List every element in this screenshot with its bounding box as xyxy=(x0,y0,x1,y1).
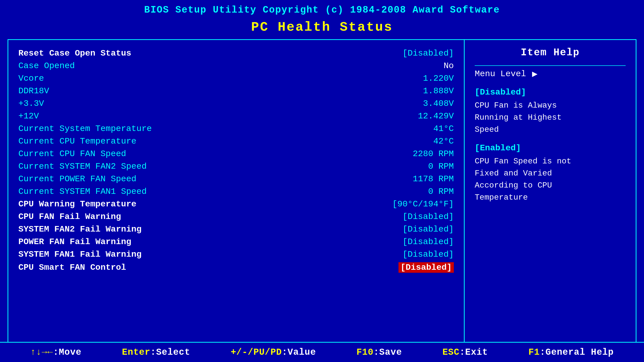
menu-level-row: Menu Level ▶ xyxy=(475,68,626,79)
row-label: Reset Case Open Status xyxy=(18,49,131,58)
row-label: DDR18V xyxy=(18,86,49,96)
help-option: [Enabled] xyxy=(475,143,626,153)
top-bar-text: BIOS Setup Utility Copyright (c) 1984-20… xyxy=(144,5,500,15)
table-row: SYSTEM FAN2 Fail Warning[Disabled] xyxy=(18,223,454,236)
menu-level-arrow: ▶ xyxy=(532,68,538,79)
bottom-label: :General Help xyxy=(540,347,614,357)
item-help-title: Item Help xyxy=(475,47,626,58)
row-label: SYSTEM FAN2 Fail Warning xyxy=(18,224,142,234)
row-value: 1.888V xyxy=(423,86,454,96)
row-label: CPU Smart FAN Control xyxy=(18,263,126,272)
bottom-key: Enter xyxy=(122,347,150,357)
table-row: +12V12.429V xyxy=(18,110,454,122)
row-value: 0 RPM xyxy=(428,187,454,196)
row-value: [90°C/194°F] xyxy=(392,199,454,209)
table-row: Current CPU Temperature42°C xyxy=(18,135,454,148)
help-text-line: Running at Highest xyxy=(475,112,626,124)
bottom-bar-item: Enter:Select xyxy=(122,347,190,357)
bottom-bar-item: ESC:Exit xyxy=(442,347,488,357)
row-value: [Disabled] xyxy=(398,262,454,273)
help-text-line: CPU Fan is Always xyxy=(475,100,626,112)
row-label: Case Opened xyxy=(18,61,75,71)
bottom-key: F10 xyxy=(356,347,374,357)
row-value: 12.429V xyxy=(418,111,454,121)
bottom-key: ↑↓→← xyxy=(30,347,53,357)
bottom-key: +/-/PU/PD xyxy=(231,347,282,357)
row-label: CPU FAN Fail Warning xyxy=(18,212,121,221)
help-section: [Enabled]CPU Fan Speed is notFixed and V… xyxy=(475,143,626,204)
row-label: Current SYSTEM FAN2 Speed xyxy=(18,162,147,171)
top-bar: BIOS Setup Utility Copyright (c) 1984-20… xyxy=(0,0,644,18)
help-text-line: Speed xyxy=(475,124,626,136)
main-container: Reset Case Open Status[Disabled]Case Ope… xyxy=(8,39,636,343)
row-label: Current CPU Temperature xyxy=(18,137,136,146)
row-value: 42°C xyxy=(433,137,454,146)
table-row: Current SYSTEM FAN2 Speed0 RPM xyxy=(18,160,454,173)
left-panel: Reset Case Open Status[Disabled]Case Ope… xyxy=(8,40,465,343)
row-label: +3.3V xyxy=(18,99,44,108)
table-row: +3.3V3.408V xyxy=(18,97,454,110)
row-label: SYSTEM FAN1 Fail Warning xyxy=(18,250,142,259)
bottom-bar-item: F10:Save xyxy=(356,347,402,357)
row-value: No xyxy=(444,61,454,71)
row-label: Current CPU FAN Speed xyxy=(18,149,126,159)
row-value: 3.408V xyxy=(423,99,454,108)
bottom-key: ESC xyxy=(442,347,460,357)
table-row: Case OpenedNo xyxy=(18,60,454,72)
bottom-label: :Move xyxy=(53,347,82,357)
table-row: Current System Temperature41°C xyxy=(18,122,454,135)
row-value: [Disabled] xyxy=(403,250,454,259)
row-value: 2280 RPM xyxy=(413,149,454,159)
row-value: [Disabled] xyxy=(403,224,454,234)
table-row: POWER FAN Fail Warning[Disabled] xyxy=(18,236,454,248)
row-value: [Disabled] xyxy=(403,237,454,247)
divider-top xyxy=(475,65,626,66)
row-value: [Disabled] xyxy=(403,212,454,221)
row-value: [Disabled] xyxy=(403,49,454,58)
table-row: Current CPU FAN Speed2280 RPM xyxy=(18,148,454,160)
row-label: Vcore xyxy=(18,74,44,83)
bottom-bar: ↑↓→←:MoveEnter:Select+/-/PU/PD:ValueF10:… xyxy=(0,342,644,362)
bios-screen: BIOS Setup Utility Copyright (c) 1984-20… xyxy=(0,0,644,362)
bottom-label: :Exit xyxy=(460,347,488,357)
bottom-bar-item: F1:General Help xyxy=(528,347,614,357)
row-label: Current System Temperature xyxy=(18,124,152,133)
menu-level-label: Menu Level xyxy=(475,69,526,79)
help-text-line: Fixed and Varied xyxy=(475,167,626,179)
help-text-line: According to CPU xyxy=(475,179,626,192)
bottom-bar-item: ↑↓→←:Move xyxy=(30,347,81,357)
table-row: Reset Case Open Status[Disabled] xyxy=(18,47,454,60)
help-option: [Disabled] xyxy=(475,87,626,97)
row-value: 1.220V xyxy=(423,74,454,83)
table-row: CPU FAN Fail Warning[Disabled] xyxy=(18,210,454,223)
table-row: Current SYSTEM FAN1 Speed0 RPM xyxy=(18,185,454,198)
row-label: +12V xyxy=(18,111,39,121)
help-text-line: CPU Fan Speed is not xyxy=(475,155,626,167)
help-section: [Disabled]CPU Fan is AlwaysRunning at Hi… xyxy=(475,87,626,136)
table-row: CPU Warning Temperature[90°C/194°F] xyxy=(18,198,454,210)
bottom-key: F1 xyxy=(528,347,540,357)
table-row: CPU Smart FAN Control[Disabled] xyxy=(18,261,454,274)
row-label: CPU Warning Temperature xyxy=(18,199,136,209)
row-value: 1178 RPM xyxy=(413,174,454,184)
bottom-bar-item: +/-/PU/PD:Value xyxy=(231,347,316,357)
page-title: PC Health Status xyxy=(0,18,644,39)
table-row: Vcore1.220V xyxy=(18,72,454,85)
row-label: POWER FAN Fail Warning xyxy=(18,237,131,247)
help-text-line: Temperature xyxy=(475,192,626,204)
table-row: DDR18V1.888V xyxy=(18,85,454,97)
bottom-label: :Select xyxy=(150,347,190,357)
table-row: SYSTEM FAN1 Fail Warning[Disabled] xyxy=(18,248,454,261)
bottom-label: :Save xyxy=(374,347,402,357)
row-value: 0 RPM xyxy=(428,162,454,171)
row-label: Current POWER FAN Speed xyxy=(18,174,136,184)
row-value: 41°C xyxy=(433,124,454,133)
table-row: Current POWER FAN Speed1178 RPM xyxy=(18,173,454,185)
bottom-label: :Value xyxy=(282,347,316,357)
row-label: Current SYSTEM FAN1 Speed xyxy=(18,187,147,196)
right-panel: Item Help Menu Level ▶ [Disabled]CPU Fan… xyxy=(465,40,636,343)
help-sections: [Disabled]CPU Fan is AlwaysRunning at Hi… xyxy=(475,87,626,204)
